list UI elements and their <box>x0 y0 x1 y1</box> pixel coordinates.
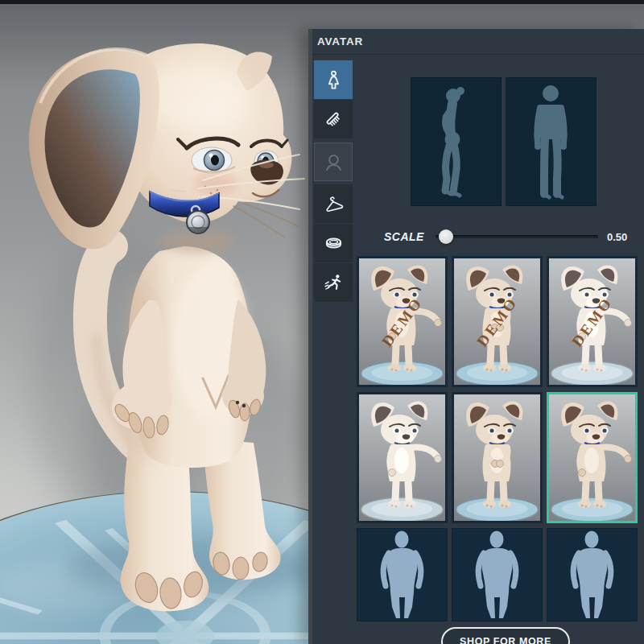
avatar-editor-window: AVATAR SCALE 0.50 DEMODEMODEMO SHOP FOR … <box>0 0 644 644</box>
male-silhouette <box>506 77 597 206</box>
person-placeholder-silhouette <box>452 528 543 621</box>
person-icon <box>323 69 345 91</box>
slider-thumb[interactable] <box>439 229 453 244</box>
tool-animation-button[interactable] <box>314 263 353 302</box>
male-avatar-preview[interactable] <box>506 77 597 206</box>
cat-thumbnail-image <box>359 394 445 521</box>
tool-clothing-button[interactable] <box>314 184 353 223</box>
female-avatar-preview[interactable] <box>411 77 502 206</box>
panel-header: AVATAR <box>312 29 644 55</box>
avatar-panel: AVATAR SCALE 0.50 DEMODEMODEMO SHOP FOR … <box>308 29 644 644</box>
tool-hair-button[interactable] <box>314 100 353 138</box>
avatar-thumbnail[interactable]: DEMO <box>357 256 448 387</box>
avatar-thumbnail-grid: DEMODEMODEMO <box>357 256 638 621</box>
tool-column <box>314 60 353 303</box>
panel-title: AVATAR <box>312 35 363 47</box>
cat-thumbnail-image <box>549 258 635 385</box>
face-icon <box>323 151 345 173</box>
comb-icon <box>323 109 345 130</box>
tool-accessory-button[interactable] <box>314 224 353 262</box>
scale-label: SCALE <box>384 230 424 243</box>
runner-icon <box>323 272 345 294</box>
scale-slider-row: SCALE 0.50 <box>357 222 638 251</box>
cat-thumbnail-image <box>454 258 540 385</box>
tool-face-button[interactable] <box>314 142 353 181</box>
avatar-thumbnail[interactable]: DEMO <box>547 256 638 387</box>
avatar-thumbnail-selected[interactable] <box>547 392 638 523</box>
avatar-thumbnail[interactable]: DEMO <box>452 256 543 387</box>
avatar-thumbnail[interactable] <box>357 392 448 523</box>
cat-thumbnail-image <box>359 258 445 385</box>
tool-body-button[interactable] <box>314 60 353 99</box>
avatar-thumbnail[interactable] <box>452 392 543 523</box>
scale-value: 0.50 <box>607 231 627 243</box>
female-silhouette <box>411 77 502 206</box>
person-placeholder-silhouette <box>547 528 638 621</box>
empty-avatar-slot[interactable] <box>547 528 638 621</box>
collar-icon <box>323 233 345 254</box>
cat-thumbnail-image <box>454 394 540 521</box>
gender-previews <box>411 77 597 206</box>
person-placeholder-silhouette <box>357 528 448 621</box>
empty-avatar-slot[interactable] <box>452 528 543 621</box>
hanger-icon <box>323 193 345 215</box>
shop-for-more-button[interactable]: SHOP FOR MORE <box>441 627 570 644</box>
slider-track[interactable] <box>436 235 598 238</box>
cat-thumbnail-image <box>549 394 635 521</box>
scale-slider[interactable] <box>436 229 598 244</box>
empty-avatar-slot[interactable] <box>357 528 448 621</box>
window-top-edge <box>0 0 644 4</box>
